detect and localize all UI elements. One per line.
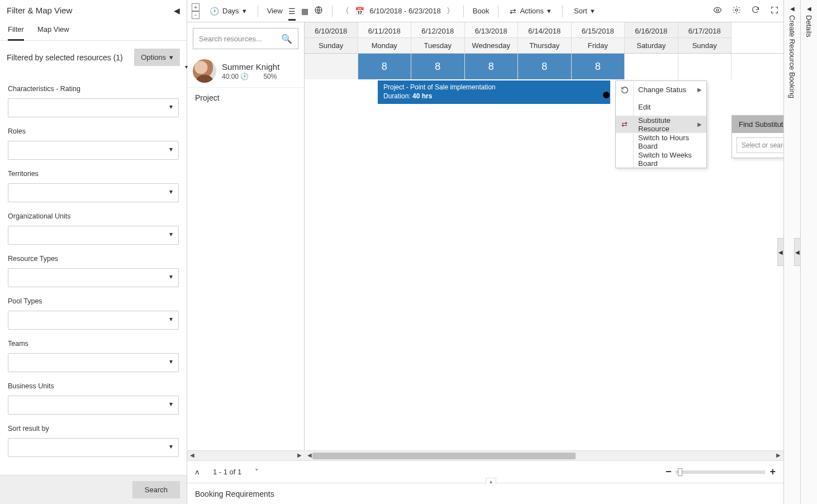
left-scroll-track[interactable]: ◀ ▶ — [187, 450, 305, 460]
day-label: Monday — [358, 38, 411, 53]
select-territories[interactable] — [8, 183, 179, 202]
chevron-right-icon: ▶ — [697, 87, 702, 93]
day-label: Thursday — [518, 38, 571, 53]
swap-icon: ⇄ — [510, 7, 516, 16]
chevron-left-icon: ◀ — [807, 6, 811, 12]
select-sort-by[interactable] — [8, 438, 179, 457]
substitution-select[interactable]: Select or search... — [737, 137, 783, 153]
svg-point-1 — [716, 9, 719, 11]
calendar-icon[interactable]: 📅 — [355, 7, 364, 16]
scroll-left-icon[interactable]: ◀ — [188, 452, 196, 458]
refresh-icon[interactable] — [751, 6, 760, 16]
resource-column: Search resources... 🔍 ▾ Summer Knight 40… — [187, 22, 305, 450]
date-label: 6/11/2018 — [358, 22, 411, 38]
search-icon: 🔍 — [281, 34, 292, 44]
menu-edit[interactable]: Edit — [616, 98, 706, 116]
pager-up-icon[interactable]: ʌ — [195, 468, 200, 476]
expand-resource-icon[interactable]: ▾ — [185, 64, 188, 70]
filter-subtitle: Filtered by selected resources (1) — [7, 53, 123, 62]
hours-cell[interactable]: 8 — [518, 54, 572, 79]
select-pool-types[interactable] — [8, 311, 179, 330]
label-business-units: Business Units — [8, 382, 179, 390]
prev-period-icon[interactable]: 〈 — [341, 6, 349, 16]
pager-down-icon[interactable]: ˅ — [255, 468, 259, 476]
hours-cell[interactable]: 8 — [465, 54, 519, 79]
date-label: 6/12/2018 — [411, 22, 464, 38]
chevron-down-icon: ▾ — [547, 7, 551, 15]
options-button[interactable]: Options▾ — [134, 49, 180, 66]
book-button[interactable]: Book — [473, 7, 490, 15]
view-label: View — [267, 7, 283, 15]
search-resources-input[interactable]: Search resources... 🔍 — [193, 28, 298, 49]
scroll-right-icon[interactable]: ▶ — [296, 452, 303, 458]
time-unit-dropdown[interactable]: 🕑 Days ▾ — [207, 4, 249, 18]
hours-cell[interactable] — [305, 54, 358, 79]
gear-icon[interactable] — [732, 6, 741, 16]
booking-title: Project - Point of Sale implementation — [383, 83, 605, 91]
grid-view-icon[interactable]: ▦ — [301, 7, 308, 16]
zoom-thumb[interactable] — [678, 468, 682, 476]
list-view-icon[interactable]: ☰ — [288, 7, 296, 21]
menu-switch-hours[interactable]: Switch to Hours Board — [616, 133, 706, 150]
details-panel-handle[interactable]: ◀ — [794, 238, 801, 266]
scroll-thumb[interactable] — [312, 453, 576, 459]
day-label: Sunday — [678, 38, 732, 53]
date-column: 6/17/2018Sunday — [678, 22, 732, 53]
create-panel-handle[interactable]: ◀ — [777, 238, 784, 266]
select-business-units[interactable] — [8, 396, 179, 415]
scroll-right-icon[interactable]: ▶ — [775, 452, 782, 458]
map-view-icon[interactable] — [314, 6, 323, 16]
resource-name: Summer Knight — [222, 62, 279, 72]
expand-all-icon[interactable]: ＋ — [192, 3, 200, 11]
chevron-down-icon: ▾ — [243, 7, 246, 15]
collapse-all-icon[interactable]: － — [192, 11, 200, 19]
date-header: 6/10/2018Sunday6/11/2018Monday6/12/2018T… — [305, 22, 783, 54]
select-teams[interactable] — [8, 353, 179, 372]
menu-substitute-resource[interactable]: ⇄ Substitute Resource ▶ — [616, 116, 706, 133]
hours-cell[interactable] — [625, 54, 678, 79]
date-column: 6/10/2018Sunday — [305, 22, 358, 53]
hours-cell[interactable]: 8 — [411, 54, 465, 79]
svg-point-2 — [735, 9, 738, 11]
select-characteristics[interactable] — [8, 98, 179, 117]
booking-bar[interactable]: Project - Point of Sale implementation D… — [378, 80, 610, 104]
collapse-sidebar-icon[interactable]: ◀ — [174, 6, 180, 15]
menu-change-status[interactable]: Change Status ▶ — [616, 81, 706, 98]
date-label: 6/15/2018 — [572, 22, 625, 38]
sort-dropdown[interactable]: Sort ▾ — [572, 4, 597, 17]
eye-icon[interactable] — [713, 6, 722, 16]
select-resource-types[interactable] — [8, 268, 179, 287]
hours-cell[interactable]: 8 — [572, 54, 625, 79]
date-label: 6/10/2018 — [305, 22, 358, 38]
resource-row[interactable]: ▾ Summer Knight 40:00 🕑 50% — [187, 55, 304, 88]
tab-map-view[interactable]: Map View — [37, 21, 69, 40]
zoom-slider[interactable] — [676, 470, 765, 474]
menu-switch-weeks[interactable]: Switch to Weeks Board — [616, 150, 706, 168]
date-column: 6/13/2018Wednesday — [465, 22, 519, 53]
tab-filter[interactable]: Filter — [8, 21, 24, 41]
day-label: Friday — [572, 38, 625, 53]
details-panel[interactable]: ◀ Details ◀ — [800, 0, 817, 504]
project-row-label: Project — [187, 88, 304, 108]
fullscreen-icon[interactable] — [770, 6, 779, 16]
scroll-left-icon[interactable]: ◀ — [306, 452, 314, 458]
context-menu: Change Status ▶ Edit ⇄ Substitute Resour… — [615, 80, 707, 168]
day-label: Wednesday — [465, 38, 518, 53]
status-icon — [616, 81, 634, 98]
next-period-icon[interactable]: 〉 — [446, 6, 454, 16]
swap-icon: ⇄ — [616, 116, 634, 133]
booking-requirements-panel[interactable]: Booking Requirements — [187, 483, 783, 504]
date-label: 6/13/2018 — [465, 22, 518, 38]
substitution-popup-title: Find Substitution — [732, 116, 783, 133]
zoom-in-icon[interactable]: + — [770, 466, 776, 478]
hours-cell[interactable] — [678, 54, 732, 79]
actions-dropdown[interactable]: ⇄ Actions ▾ — [507, 4, 553, 18]
select-roles[interactable] — [8, 141, 179, 160]
zoom-out-icon[interactable]: − — [666, 466, 672, 478]
clock-small-icon: 🕑 — [240, 73, 249, 80]
select-org-units[interactable] — [8, 226, 179, 245]
search-button[interactable]: Search — [132, 481, 180, 498]
grid-scroll-track[interactable]: ◀ ▶ — [305, 450, 783, 460]
hours-cell[interactable]: 8 — [358, 54, 412, 79]
date-label: 6/17/2018 — [678, 22, 732, 38]
